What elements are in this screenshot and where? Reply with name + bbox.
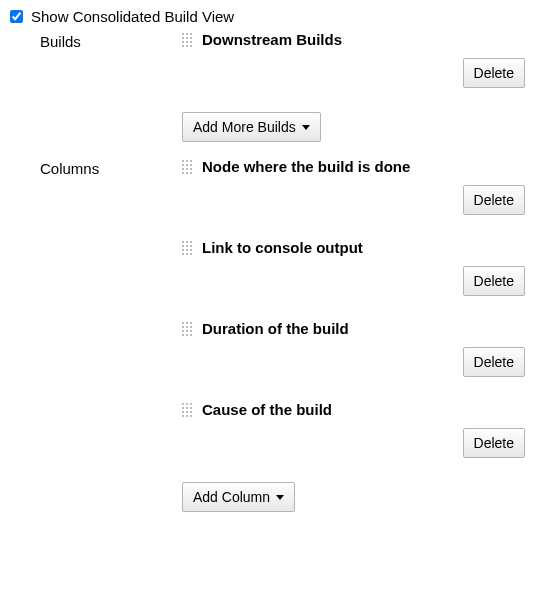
svg-rect-13	[186, 160, 188, 162]
delete-button[interactable]: Delete	[463, 428, 525, 458]
drag-handle-icon[interactable]	[182, 33, 194, 47]
svg-rect-14	[190, 160, 192, 162]
svg-rect-59	[190, 415, 192, 417]
add-more-builds-button[interactable]: Add More Builds	[182, 112, 321, 142]
svg-rect-19	[186, 168, 188, 170]
svg-rect-48	[182, 403, 184, 405]
svg-rect-6	[182, 41, 184, 43]
svg-rect-51	[182, 407, 184, 409]
svg-rect-9	[182, 45, 184, 47]
svg-rect-37	[186, 322, 188, 324]
svg-rect-23	[190, 172, 192, 174]
columns-section-body: Node where the build is done Delete	[182, 158, 531, 524]
show-consolidated-label: Show Consolidated Build View	[31, 8, 234, 25]
svg-rect-0	[182, 33, 184, 35]
svg-rect-15	[182, 164, 184, 166]
column-item-title: Link to console output	[202, 239, 363, 256]
svg-rect-44	[190, 330, 192, 332]
drag-handle-icon[interactable]	[182, 403, 194, 417]
svg-rect-47	[190, 334, 192, 336]
svg-rect-5	[190, 37, 192, 39]
add-column-label: Add Column	[193, 489, 270, 505]
svg-rect-39	[182, 326, 184, 328]
svg-rect-20	[190, 168, 192, 170]
build-item: Downstream Builds Delete	[182, 31, 531, 88]
svg-rect-57	[182, 415, 184, 417]
column-item: Cause of the build Delete	[182, 401, 531, 458]
svg-rect-58	[186, 415, 188, 417]
svg-rect-54	[182, 411, 184, 413]
svg-rect-3	[182, 37, 184, 39]
delete-button[interactable]: Delete	[463, 347, 525, 377]
svg-rect-31	[186, 249, 188, 251]
column-item: Duration of the build Delete	[182, 320, 531, 377]
svg-rect-1	[186, 33, 188, 35]
columns-section-label: Columns	[40, 158, 182, 177]
column-item-title: Cause of the build	[202, 401, 332, 418]
svg-rect-29	[190, 245, 192, 247]
show-consolidated-checkbox[interactable]	[10, 10, 23, 23]
svg-rect-27	[182, 245, 184, 247]
svg-rect-49	[186, 403, 188, 405]
delete-button[interactable]: Delete	[463, 266, 525, 296]
svg-rect-12	[182, 160, 184, 162]
svg-rect-53	[190, 407, 192, 409]
add-more-builds-label: Add More Builds	[193, 119, 296, 135]
drag-handle-icon[interactable]	[182, 241, 194, 255]
drag-handle-icon[interactable]	[182, 322, 194, 336]
column-item-title: Duration of the build	[202, 320, 349, 337]
svg-rect-38	[190, 322, 192, 324]
svg-rect-41	[190, 326, 192, 328]
column-item-title: Node where the build is done	[202, 158, 410, 175]
builds-section-label: Builds	[40, 31, 182, 50]
svg-rect-8	[190, 41, 192, 43]
svg-rect-43	[186, 330, 188, 332]
svg-rect-10	[186, 45, 188, 47]
svg-rect-22	[186, 172, 188, 174]
build-item-title: Downstream Builds	[202, 31, 342, 48]
svg-rect-56	[190, 411, 192, 413]
svg-rect-35	[190, 253, 192, 255]
svg-rect-26	[190, 241, 192, 243]
svg-rect-28	[186, 245, 188, 247]
svg-rect-52	[186, 407, 188, 409]
svg-rect-24	[182, 241, 184, 243]
svg-rect-32	[190, 249, 192, 251]
builds-section-body: Downstream Builds Delete Add More Builds	[182, 31, 531, 154]
caret-down-icon	[302, 125, 310, 130]
svg-rect-2	[190, 33, 192, 35]
delete-button[interactable]: Delete	[463, 58, 525, 88]
svg-rect-21	[182, 172, 184, 174]
svg-rect-34	[186, 253, 188, 255]
svg-rect-33	[182, 253, 184, 255]
svg-rect-46	[186, 334, 188, 336]
add-column-button[interactable]: Add Column	[182, 482, 295, 512]
caret-down-icon	[276, 495, 284, 500]
svg-rect-42	[182, 330, 184, 332]
svg-rect-17	[190, 164, 192, 166]
svg-rect-16	[186, 164, 188, 166]
svg-rect-55	[186, 411, 188, 413]
column-item: Node where the build is done Delete	[182, 158, 531, 215]
svg-rect-40	[186, 326, 188, 328]
svg-rect-36	[182, 322, 184, 324]
column-item: Link to console output Delete	[182, 239, 531, 296]
svg-rect-18	[182, 168, 184, 170]
svg-rect-11	[190, 45, 192, 47]
svg-rect-45	[182, 334, 184, 336]
delete-button[interactable]: Delete	[463, 185, 525, 215]
svg-rect-30	[182, 249, 184, 251]
svg-rect-7	[186, 41, 188, 43]
svg-rect-4	[186, 37, 188, 39]
svg-rect-50	[190, 403, 192, 405]
svg-rect-25	[186, 241, 188, 243]
drag-handle-icon[interactable]	[182, 160, 194, 174]
